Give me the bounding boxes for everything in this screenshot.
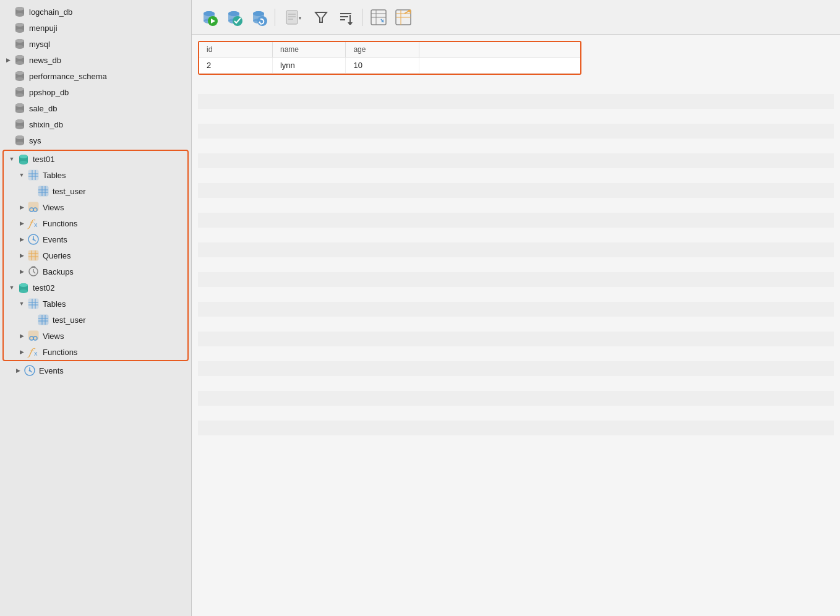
sidebar-item-functions-test01[interactable]: 𝑓 x Functions — [4, 215, 187, 231]
sidebar-label-functions-test02: Functions — [43, 348, 77, 357]
sidebar-label-performance_schema: performance_schema — [29, 72, 107, 81]
sidebar-item-events-test02[interactable]: Events — [0, 362, 191, 379]
sidebar-item-test01[interactable]: test01 — [4, 151, 187, 167]
refresh-button[interactable] — [247, 6, 270, 28]
svg-point-3 — [15, 7, 24, 11]
functions-icon-test01: 𝑓 x — [27, 217, 40, 229]
empty-rows — [198, 79, 834, 450]
table-row[interactable]: 2 lynn 10 — [199, 58, 580, 74]
sidebar-item-backups-test01[interactable]: Backups — [4, 263, 187, 280]
svg-point-18 — [15, 77, 24, 81]
sidebar-item-test02[interactable]: test02 — [4, 280, 187, 296]
sidebar-item-sys[interactable]: sys — [0, 132, 191, 148]
sidebar-item-functions-test02[interactable]: 𝑓 x Functions — [4, 344, 187, 360]
sidebar-item-views-test01[interactable]: Views — [4, 199, 187, 215]
filter-button[interactable] — [310, 6, 332, 28]
chevron-views-test02 — [17, 332, 26, 340]
table-icon-test_user-test01 — [37, 185, 49, 197]
chevron-functions-test01 — [17, 219, 26, 228]
sidebar-label-test02: test02 — [33, 283, 54, 293]
views-icon-test01 — [27, 201, 40, 213]
db-icon-shixin_db — [14, 118, 26, 130]
chevron-views-test01 — [17, 203, 26, 212]
svg-rect-45 — [38, 186, 48, 196]
svg-marker-109 — [299, 17, 301, 20]
svg-point-30 — [15, 126, 24, 129]
sidebar-item-logchain_db[interactable]: logchain_db — [0, 4, 191, 20]
db-icon-sys — [14, 134, 26, 147]
sidebar: logchain_db menpuji mysql — [0, 0, 192, 616]
export-button[interactable] — [367, 6, 390, 28]
sidebar-item-ppshop_db[interactable]: ppshop_db — [0, 84, 191, 100]
cell-age: 10 — [346, 58, 419, 74]
chevron-test01 — [7, 155, 16, 163]
sidebar-label-logchain_db: logchain_db — [29, 7, 72, 17]
main-panel: id name age 2 lynn 10 — [192, 0, 840, 616]
svg-point-91 — [204, 11, 215, 16]
db-icon-ppshop_db — [14, 86, 26, 98]
svg-marker-115 — [348, 22, 353, 25]
events-icon-test01 — [27, 233, 40, 246]
svg-point-6 — [15, 29, 24, 33]
result-table-wrapper: id name age 2 lynn 10 — [198, 41, 581, 75]
views-icon-test02 — [27, 330, 40, 342]
tables-icon-test02 — [27, 297, 40, 310]
col-header-age[interactable]: age — [346, 42, 419, 58]
commit-button[interactable] — [223, 6, 245, 28]
svg-point-103 — [257, 16, 267, 26]
svg-rect-105 — [286, 11, 298, 24]
svg-point-67 — [19, 289, 28, 293]
sidebar-label-menpuji: menpuji — [29, 24, 58, 33]
sidebar-label-functions-test01: Functions — [43, 219, 77, 228]
sidebar-item-news_db[interactable]: news_db — [0, 52, 191, 68]
sidebar-item-tables-test02[interactable]: Tables — [4, 296, 187, 312]
sidebar-item-views-test02[interactable]: Views — [4, 328, 187, 344]
svg-point-11 — [15, 39, 24, 43]
sidebar-label-tables-test01: Tables — [43, 171, 66, 180]
functions-icon-test02: 𝑓 x — [27, 346, 40, 358]
svg-point-58 — [33, 239, 35, 241]
sidebar-item-queries-test01[interactable]: Queries — [4, 247, 187, 263]
sidebar-label-test_user-test02: test_user — [53, 315, 85, 325]
col-header-id[interactable]: id — [199, 42, 272, 58]
backups-icon-test01 — [27, 265, 40, 278]
svg-point-102 — [253, 11, 264, 16]
chevron-queries-test01 — [17, 251, 26, 260]
sidebar-item-shixin_db[interactable]: shixin_db — [0, 116, 191, 132]
sidebar-item-tables-test01[interactable]: Tables — [4, 167, 187, 183]
chevron-backups-test01 — [17, 267, 26, 276]
chevron-events-test01 — [17, 235, 26, 244]
sidebar-label-shixin_db: shixin_db — [29, 120, 63, 129]
selected-databases-group: test01 Tables — [2, 150, 189, 361]
sort-button[interactable] — [335, 6, 357, 28]
chevron-news_db — [4, 56, 12, 64]
sidebar-item-menpuji[interactable]: menpuji — [0, 20, 191, 36]
sidebar-label-news_db: news_db — [29, 56, 61, 65]
sidebar-label-sys: sys — [29, 136, 41, 145]
svg-point-23 — [15, 87, 24, 91]
sidebar-item-mysql[interactable]: mysql — [0, 36, 191, 52]
sidebar-item-sale_db[interactable]: sale_db — [0, 100, 191, 116]
sidebar-item-performance_schema[interactable]: performance_schema — [0, 68, 191, 84]
svg-point-27 — [15, 103, 24, 107]
toolbar-separator-2 — [362, 9, 362, 26]
col-header-name[interactable]: name — [272, 42, 345, 58]
sidebar-label-ppshop_db: ppshop_db — [29, 88, 69, 97]
run-button[interactable] — [198, 6, 220, 28]
chevron-tables-test01 — [17, 171, 26, 179]
sidebar-item-test_user-test02[interactable]: test_user — [4, 312, 187, 328]
sidebar-item-test_user-test01[interactable]: test_user — [4, 183, 187, 199]
chevron-events-test02 — [14, 366, 22, 375]
sidebar-label-views-test02: Views — [43, 332, 64, 341]
cell-name: lynn — [272, 58, 345, 74]
query-button[interactable] — [280, 6, 307, 28]
db-icon-test01 — [17, 153, 30, 165]
db-icon-sale_db — [14, 102, 26, 114]
cell-id: 2 — [199, 58, 272, 74]
import-button[interactable] — [392, 6, 414, 28]
result-table: id name age 2 lynn 10 — [199, 42, 580, 74]
table-icon-test_user-test02 — [37, 314, 49, 326]
results-area: id name age 2 lynn 10 — [192, 35, 840, 616]
sidebar-item-events-test01[interactable]: Events — [4, 231, 187, 247]
svg-text:x: x — [34, 349, 38, 357]
